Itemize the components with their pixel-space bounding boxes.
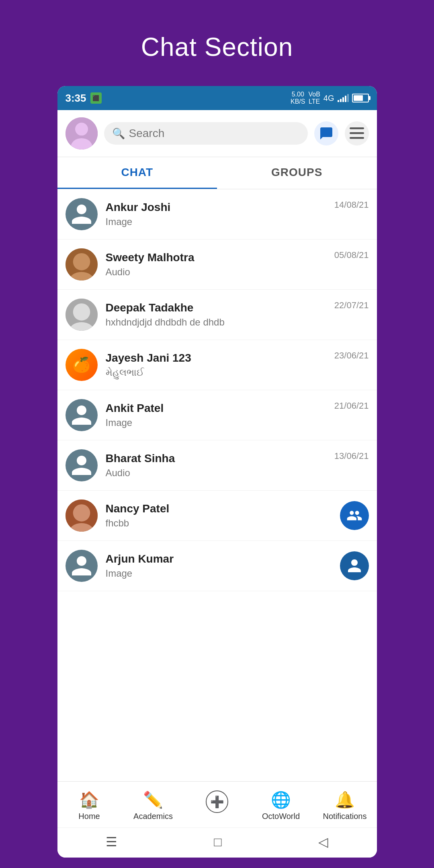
- app-header: 🔍: [57, 110, 377, 157]
- list-item[interactable]: Nancy Patel fhcbb: [57, 491, 377, 541]
- sys-menu-icon[interactable]: ☰: [106, 834, 117, 850]
- chat-name: Sweety Malhotra: [106, 251, 334, 264]
- chat-time: 22/07/21: [334, 300, 369, 311]
- nav-item-octoworld[interactable]: 🌐 OctoWorld: [249, 788, 313, 823]
- list-item[interactable]: Sweety Malhotra Audio 05/08/21: [57, 240, 377, 290]
- chat-name: Ankit Patel: [106, 402, 334, 415]
- nav-label-notifications: Notifications: [323, 812, 367, 821]
- chat-time: 05/08/21: [334, 250, 369, 260]
- avatar: [66, 500, 98, 532]
- group-fab-button[interactable]: [340, 501, 369, 530]
- avatar: [66, 399, 98, 431]
- chat-name: Bharat Sinha: [106, 452, 334, 465]
- tabs-container: CHAT GROUPS: [57, 157, 377, 189]
- tab-groups[interactable]: GROUPS: [217, 157, 377, 189]
- academics-icon: ✏️: [143, 790, 163, 809]
- nav-item-add[interactable]: ➕: [185, 788, 249, 823]
- chat-time: 21/06/21: [334, 401, 369, 411]
- network-indicator: VoB LTE: [308, 91, 320, 105]
- status-time: 3:35: [66, 92, 86, 104]
- chat-preview: Image: [106, 417, 334, 428]
- svg-point-1: [75, 123, 88, 135]
- nav-label-home: Home: [78, 812, 100, 821]
- avatar: [66, 248, 98, 280]
- list-item[interactable]: Bharat Sinha Audio 13/06/21: [57, 440, 377, 491]
- avatar: 🍊: [66, 349, 98, 381]
- list-item[interactable]: Arjun Kumar Image: [57, 541, 377, 591]
- chat-time: 13/06/21: [334, 451, 369, 461]
- menu-button[interactable]: [345, 121, 369, 145]
- chat-preview: Audio: [106, 266, 334, 278]
- chat-list: Ankur Joshi Image 14/08/21 Sweety Malhot…: [57, 189, 377, 781]
- svg-rect-4: [350, 132, 364, 134]
- search-bar[interactable]: 🔍: [104, 122, 308, 145]
- avatar[interactable]: [66, 117, 98, 149]
- status-bar: 3:35 ⬛ 5.00 KB/S VoB LTE 4G: [57, 86, 377, 110]
- add-icon: ➕: [206, 790, 228, 813]
- svg-point-10: [73, 303, 90, 321]
- nav-label-academics: Academics: [133, 812, 173, 821]
- bottom-nav: 🏠 Home ✏️ Academics ➕ 🌐 OctoWorld 🔔 Noti…: [57, 781, 377, 827]
- chat-name: Arjun Kumar: [106, 553, 336, 565]
- sys-home-icon[interactable]: □: [214, 835, 221, 850]
- avatar: [66, 550, 98, 582]
- system-nav-bar: ☰ □ ◁: [57, 827, 377, 858]
- notifications-icon: 🔔: [335, 790, 355, 809]
- avatar: [66, 299, 98, 331]
- chat-info: Ankit Patel Image: [106, 402, 334, 428]
- chat-time: 14/08/21: [334, 200, 369, 210]
- person-fab-button[interactable]: [340, 551, 369, 580]
- nav-label-octoworld: OctoWorld: [262, 812, 300, 821]
- chat-info: Jayesh Jani 123 મેહુલભાઈ: [106, 352, 334, 378]
- list-item[interactable]: Ankur Joshi Image 14/08/21: [57, 189, 377, 240]
- chat-info: Deepak Tadakhe hxhdndjdjd dhdbdh de dhdb: [106, 301, 334, 328]
- avatar: [66, 198, 98, 230]
- home-icon: 🏠: [79, 790, 99, 809]
- chat-preview: મેહુલભાઈ: [106, 367, 334, 378]
- avatar: [66, 449, 98, 481]
- chat-name: Jayesh Jani 123: [106, 352, 334, 364]
- tab-chat[interactable]: CHAT: [57, 157, 217, 189]
- chat-info: Sweety Malhotra Audio: [106, 251, 334, 278]
- chat-name: Deepak Tadakhe: [106, 301, 334, 314]
- chat-preview: fhcbb: [106, 518, 336, 529]
- nav-item-academics[interactable]: ✏️ Academics: [121, 788, 185, 823]
- svg-point-13: [73, 504, 90, 522]
- chat-preview: hxhdndjdjd dhdbdh de dhdb: [106, 317, 334, 328]
- chat-bubble-button[interactable]: [314, 121, 338, 145]
- svg-rect-5: [350, 137, 364, 139]
- chat-info: Nancy Patel fhcbb: [106, 502, 336, 529]
- search-input[interactable]: [129, 127, 300, 140]
- speed-indicator: 5.00 KB/S: [291, 91, 305, 105]
- signal-icon: [338, 94, 349, 102]
- status-icon: ⬛: [90, 92, 102, 104]
- chat-preview: Audio: [106, 467, 334, 479]
- svg-point-7: [73, 253, 90, 270]
- chat-info: Bharat Sinha Audio: [106, 452, 334, 479]
- chat-preview: Image: [106, 568, 336, 579]
- chat-preview: Image: [106, 216, 334, 227]
- svg-rect-3: [350, 127, 364, 129]
- chat-name: Nancy Patel: [106, 502, 336, 515]
- search-icon: 🔍: [112, 127, 125, 140]
- nav-item-home[interactable]: 🏠 Home: [57, 788, 121, 823]
- page-title: Chat Section: [141, 32, 293, 62]
- chat-info: Ankur Joshi Image: [106, 201, 334, 227]
- list-item[interactable]: Ankit Patel Image 21/06/21: [57, 390, 377, 440]
- chat-time: 23/06/21: [334, 350, 369, 361]
- octoworld-icon: 🌐: [271, 790, 291, 809]
- battery-icon: [352, 94, 369, 102]
- list-item[interactable]: Deepak Tadakhe hxhdndjdjd dhdbdh de dhdb…: [57, 290, 377, 340]
- chat-name: Ankur Joshi: [106, 201, 334, 214]
- chat-info: Arjun Kumar Image: [106, 553, 336, 579]
- nav-item-notifications[interactable]: 🔔 Notifications: [313, 788, 377, 823]
- list-item[interactable]: 🍊 Jayesh Jani 123 મેહુલભાઈ 23/06/21: [57, 340, 377, 390]
- network-type: 4G: [323, 94, 334, 103]
- phone-frame: 3:35 ⬛ 5.00 KB/S VoB LTE 4G: [57, 86, 377, 858]
- sys-back-icon[interactable]: ◁: [318, 834, 328, 850]
